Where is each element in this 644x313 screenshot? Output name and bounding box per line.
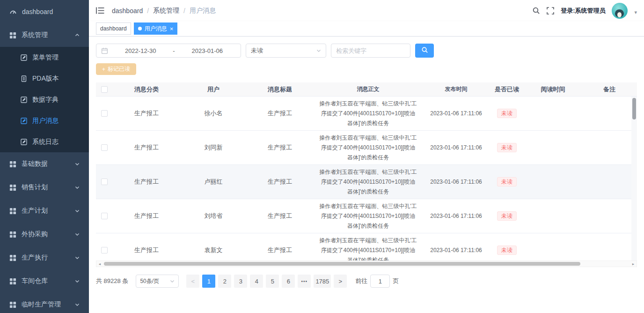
cell-remark bbox=[582, 165, 637, 199]
fullscreen-icon[interactable] bbox=[547, 7, 554, 15]
page-buttons: < 1 2 3 4 5 6 ••• 1785 > bbox=[186, 275, 347, 288]
goto-label: 前往 bbox=[355, 277, 367, 285]
breadcrumb-item-dashboard[interactable]: dashboard bbox=[112, 7, 143, 15]
breadcrumb-separator: / bbox=[147, 7, 149, 15]
row-checkbox[interactable] bbox=[101, 247, 108, 253]
page-button-5[interactable]: 5 bbox=[266, 275, 279, 288]
sidebar-item-label: dashboard bbox=[22, 8, 53, 15]
cell-title: 生产报工 bbox=[246, 165, 314, 199]
sidebar-item-pda-version[interactable]: PDA版本 bbox=[0, 68, 89, 89]
cell-title: 生产报工 bbox=[246, 233, 314, 261]
main-area: dashboard / 系统管理 / 用户消息 登录:系统管理员 ▾ dashb… bbox=[89, 0, 644, 313]
search-button[interactable] bbox=[415, 44, 434, 58]
page-button-3[interactable]: 3 bbox=[234, 275, 247, 288]
cell-publish-time: 2023-01-06 17:11:06 bbox=[423, 165, 490, 199]
sidebar-item-label: PDA版本 bbox=[32, 75, 59, 83]
sidebar-item-production-plan[interactable]: 生产计划 bbox=[0, 199, 89, 223]
grid-icon bbox=[9, 254, 16, 261]
read-status-select[interactable]: 未读 bbox=[246, 44, 326, 58]
page-size-select[interactable]: 50条/页 bbox=[136, 275, 179, 288]
chevron-down-icon bbox=[316, 48, 321, 53]
hamburger-icon[interactable] bbox=[96, 7, 104, 14]
row-checkbox[interactable] bbox=[101, 110, 108, 117]
more-pages-button[interactable]: ••• bbox=[298, 275, 311, 288]
search-icon[interactable] bbox=[532, 7, 540, 15]
pagination: 共 89228 条 50条/页 < 1 2 3 4 5 6 ••• 1785 > bbox=[96, 275, 637, 288]
sidebar-item-workshop-warehouse[interactable]: 车间仓库 bbox=[0, 269, 89, 293]
keyword-input[interactable] bbox=[331, 44, 410, 58]
scroll-right-arrow-icon[interactable]: ► bbox=[630, 262, 637, 266]
chevron-down-icon bbox=[75, 185, 80, 190]
date-end-value[interactable]: 2023-01-06 bbox=[179, 47, 236, 54]
active-tab-dot bbox=[138, 27, 142, 30]
goto-page-input[interactable] bbox=[370, 275, 390, 288]
page-button-2[interactable]: 2 bbox=[218, 275, 231, 288]
next-page-button[interactable]: > bbox=[334, 275, 347, 288]
row-checkbox[interactable] bbox=[101, 144, 108, 151]
date-start-value[interactable]: 2022-12-30 bbox=[112, 47, 169, 54]
page-button-last[interactable]: 1785 bbox=[314, 275, 331, 288]
vertical-scrollbar-track[interactable] bbox=[631, 97, 637, 261]
breadcrumb-item-system-management[interactable]: 系统管理 bbox=[153, 7, 179, 15]
sidebar-item-outsourcing-purchase[interactable]: 外协采购 bbox=[0, 223, 89, 246]
document-icon bbox=[21, 75, 27, 82]
total-count-label: 共 89228 条 bbox=[96, 277, 128, 285]
page-button-1[interactable]: 1 bbox=[202, 275, 215, 288]
cell-category: 生产报工 bbox=[112, 97, 181, 130]
sidebar-item-label: 菜单管理 bbox=[32, 53, 59, 62]
calendar-icon bbox=[101, 47, 108, 54]
read-status-select-value: 未读 bbox=[251, 46, 263, 55]
date-range-picker[interactable]: 2022-12-30 - 2023-01-06 bbox=[96, 44, 241, 58]
goto-page: 前往 页 bbox=[355, 275, 399, 288]
scroll-left-arrow-icon[interactable]: ◄ bbox=[96, 262, 103, 266]
sidebar-item-dashboard[interactable]: dashboard bbox=[0, 0, 89, 23]
edit-icon bbox=[21, 54, 27, 61]
edit-icon bbox=[21, 118, 27, 124]
cell-remark bbox=[582, 131, 637, 164]
sidebar-item-data-dictionary[interactable]: 数据字典 bbox=[0, 89, 89, 110]
tab-user-messages[interactable]: 用户消息 × bbox=[134, 22, 178, 35]
sidebar-item-production-execution[interactable]: 生产执行 bbox=[0, 246, 89, 269]
page-button-6[interactable]: 6 bbox=[282, 275, 295, 288]
sidebar-item-label: 生产计划 bbox=[22, 207, 48, 215]
mark-read-button[interactable]: + 标记已读 bbox=[96, 63, 136, 75]
sidebar-item-menu-management[interactable]: 菜单管理 bbox=[0, 47, 89, 68]
row-checkbox[interactable] bbox=[101, 213, 108, 219]
cell-read-time bbox=[524, 97, 582, 130]
breadcrumb-item-user-messages: 用户消息 bbox=[190, 7, 216, 15]
goto-unit-label: 页 bbox=[393, 277, 399, 285]
col-header-category: 消息分类 bbox=[112, 82, 181, 96]
avatar[interactable] bbox=[612, 3, 628, 19]
unread-tag: 未读 bbox=[497, 246, 517, 255]
cell-read-time bbox=[524, 131, 582, 164]
sidebar-item-sales-plan[interactable]: 销售计划 bbox=[0, 176, 89, 199]
chevron-down-icon bbox=[75, 255, 80, 260]
table-row: 生产报工 刘培省 生产报工 操作者刘玉霞在'平端面、钻三级中孔'工序提交了400… bbox=[96, 199, 637, 233]
horizontal-scrollbar-thumb[interactable] bbox=[104, 262, 580, 266]
col-header-body: 消息正文 bbox=[314, 82, 423, 96]
page-button-4[interactable]: 4 bbox=[250, 275, 263, 288]
sidebar-item-system-log[interactable]: 系统日志 bbox=[0, 131, 89, 152]
cell-category: 生产报工 bbox=[112, 233, 181, 261]
tab-dashboard[interactable]: dashboard bbox=[96, 22, 131, 35]
table-row: 生产报工 卢丽红 生产报工 操作者刘玉霞在'平端面、钻三级中孔'工序提交了400… bbox=[96, 165, 637, 199]
cell-read-time bbox=[524, 199, 582, 233]
close-icon[interactable]: × bbox=[170, 26, 174, 32]
horizontal-scrollbar[interactable]: ◄ ► bbox=[96, 261, 637, 267]
caret-down-icon[interactable]: ▾ bbox=[634, 6, 637, 15]
table-row: 生产报工 刘同新 生产报工 操作者刘玉霞在'平端面、钻三级中孔'工序提交了400… bbox=[96, 131, 637, 165]
unread-tag: 未读 bbox=[497, 109, 517, 118]
select-all-checkbox[interactable] bbox=[101, 86, 108, 93]
sidebar-item-user-messages[interactable]: 用户消息 bbox=[0, 110, 89, 131]
sidebar-item-basic-data[interactable]: 基础数据 bbox=[0, 152, 89, 176]
prev-page-button[interactable]: < bbox=[186, 275, 199, 288]
cell-body: 操作者刘玉霞在'平端面、钻三级中孔'工序提交了400件[40011S0170+1… bbox=[314, 97, 423, 130]
search-icon bbox=[421, 46, 428, 55]
row-checkbox[interactable] bbox=[101, 179, 108, 185]
edit-icon bbox=[21, 139, 27, 145]
sidebar-item-system-management[interactable]: 系统管理 bbox=[0, 23, 89, 47]
mark-read-label: 标记已读 bbox=[108, 65, 130, 73]
col-header-remark: 备注 bbox=[582, 82, 637, 96]
sidebar-item-temporary-production[interactable]: 临时生产管理 bbox=[0, 293, 89, 313]
vertical-scrollbar-thumb[interactable] bbox=[632, 98, 636, 119]
